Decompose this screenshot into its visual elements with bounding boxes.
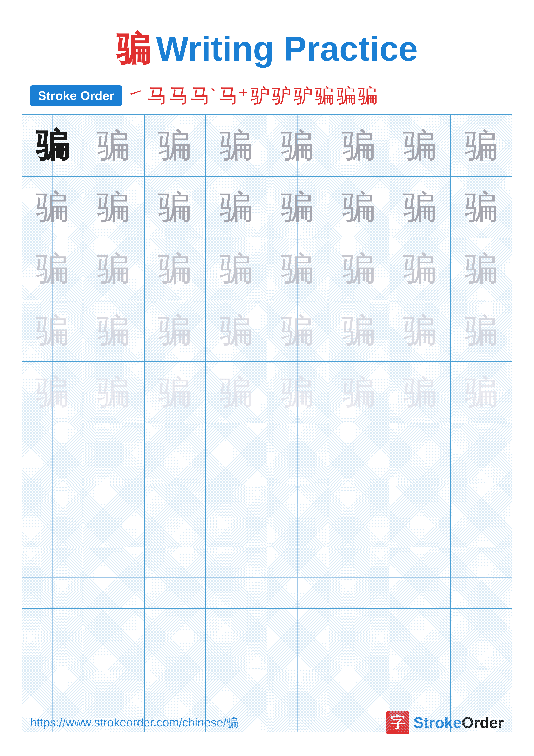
stroke-2: 马 [147, 86, 167, 105]
cell-7-5[interactable] [267, 485, 328, 546]
cell-3-7[interactable]: 骗 [390, 238, 451, 300]
cell-5-7[interactable]: 骗 [390, 362, 451, 423]
char-display: 骗 [328, 176, 389, 238]
char-display: 骗 [267, 115, 328, 176]
cell-3-6[interactable]: 骗 [328, 238, 390, 300]
cell-7-1[interactable] [22, 485, 83, 546]
cell-9-8[interactable] [451, 608, 512, 670]
cell-4-8[interactable]: 骗 [451, 300, 512, 361]
cell-8-6[interactable] [328, 547, 390, 608]
grid-row-8 [22, 547, 512, 608]
cell-6-6[interactable] [328, 423, 390, 485]
cell-7-7[interactable] [390, 485, 451, 546]
char-display: 骗 [267, 362, 328, 423]
cell-2-1[interactable]: 骗 [22, 176, 83, 238]
cell-2-4[interactable]: 骗 [206, 176, 267, 238]
cell-1-5[interactable]: 骗 [267, 115, 328, 176]
cell-4-5[interactable]: 骗 [267, 300, 328, 361]
char-display: 骗 [22, 238, 83, 300]
cell-9-5[interactable] [267, 608, 328, 670]
cell-2-2[interactable]: 骗 [83, 176, 144, 238]
char-display: 骗 [22, 300, 83, 361]
char-display: 骗 [22, 176, 83, 238]
stroke-1: ㇀ [126, 86, 145, 105]
footer-logo: 字 StrokeOrder [386, 711, 504, 735]
cell-8-3[interactable] [144, 547, 206, 608]
cell-5-8[interactable]: 骗 [451, 362, 512, 423]
char-display: 骗 [390, 238, 450, 300]
cell-2-3[interactable]: 骗 [144, 176, 206, 238]
cell-3-5[interactable]: 骗 [267, 238, 328, 300]
cell-4-2[interactable]: 骗 [83, 300, 144, 361]
cell-9-6[interactable] [328, 608, 390, 670]
cell-5-5[interactable]: 骗 [267, 362, 328, 423]
char-display: 骗 [83, 362, 144, 423]
char-display: 骗 [144, 238, 205, 300]
cell-4-7[interactable]: 骗 [390, 300, 451, 361]
cell-7-2[interactable] [83, 485, 144, 546]
cell-9-4[interactable] [206, 608, 267, 670]
cell-1-6[interactable]: 骗 [328, 115, 390, 176]
cell-6-5[interactable] [267, 423, 328, 485]
writing-grid: 骗 骗 骗 骗 骗 骗 骗 骗 骗 骗 骗 [21, 115, 513, 732]
cell-4-4[interactable]: 骗 [206, 300, 267, 361]
cell-2-8[interactable]: 骗 [451, 176, 512, 238]
cell-1-8[interactable]: 骗 [451, 115, 512, 176]
cell-9-1[interactable] [22, 608, 83, 670]
cell-6-1[interactable] [22, 423, 83, 485]
char-display: 骗 [206, 115, 267, 176]
cell-2-6[interactable]: 骗 [328, 176, 390, 238]
cell-2-7[interactable]: 骗 [390, 176, 451, 238]
cell-8-1[interactable] [22, 547, 83, 608]
cell-8-8[interactable] [451, 547, 512, 608]
cell-3-8[interactable]: 骗 [451, 238, 512, 300]
cell-8-4[interactable] [206, 547, 267, 608]
footer-url[interactable]: https://www.strokeorder.com/chinese/骗 [30, 715, 238, 731]
cell-2-5[interactable]: 骗 [267, 176, 328, 238]
cell-1-1[interactable]: 骗 [22, 115, 83, 176]
cell-1-2[interactable]: 骗 [83, 115, 144, 176]
cell-1-7[interactable]: 骗 [390, 115, 451, 176]
grid-row-6 [22, 423, 512, 485]
cell-6-3[interactable] [144, 423, 206, 485]
cell-8-5[interactable] [267, 547, 328, 608]
char-display: 骗 [451, 176, 512, 238]
cell-8-2[interactable] [83, 547, 144, 608]
char-display: 骗 [267, 176, 328, 238]
char-display: 骗 [144, 362, 205, 423]
char-display: 骗 [328, 300, 389, 361]
cell-7-4[interactable] [206, 485, 267, 546]
cell-6-8[interactable] [451, 423, 512, 485]
cell-9-7[interactable] [390, 608, 451, 670]
cell-5-2[interactable]: 骗 [83, 362, 144, 423]
cell-4-1[interactable]: 骗 [22, 300, 83, 361]
stroke-6: 驴 [250, 86, 270, 105]
cell-4-3[interactable]: 骗 [144, 300, 206, 361]
cell-4-6[interactable]: 骗 [328, 300, 390, 361]
cell-3-1[interactable]: 骗 [22, 238, 83, 300]
cell-8-7[interactable] [390, 547, 451, 608]
cell-5-4[interactable]: 骗 [206, 362, 267, 423]
title-area: 骗 Writing Practice [0, 0, 534, 72]
cell-3-2[interactable]: 骗 [83, 238, 144, 300]
cell-9-3[interactable] [144, 608, 206, 670]
cell-5-6[interactable]: 骗 [328, 362, 390, 423]
cell-1-3[interactable]: 骗 [144, 115, 206, 176]
cell-6-4[interactable] [206, 423, 267, 485]
cell-1-4[interactable]: 骗 [206, 115, 267, 176]
cell-7-8[interactable] [451, 485, 512, 546]
grid-row-5: 骗 骗 骗 骗 骗 骗 骗 骗 [22, 362, 512, 423]
stroke-5: 马⁺ [219, 86, 248, 105]
char-display: 骗 [328, 238, 389, 300]
cell-7-6[interactable] [328, 485, 390, 546]
cell-5-3[interactable]: 骗 [144, 362, 206, 423]
cell-6-7[interactable] [390, 423, 451, 485]
char-display: 骗 [206, 176, 267, 238]
cell-6-2[interactable] [83, 423, 144, 485]
cell-3-4[interactable]: 骗 [206, 238, 267, 300]
cell-7-3[interactable] [144, 485, 206, 546]
char-display: 骗 [206, 238, 267, 300]
cell-9-2[interactable] [83, 608, 144, 670]
cell-5-1[interactable]: 骗 [22, 362, 83, 423]
cell-3-3[interactable]: 骗 [144, 238, 206, 300]
